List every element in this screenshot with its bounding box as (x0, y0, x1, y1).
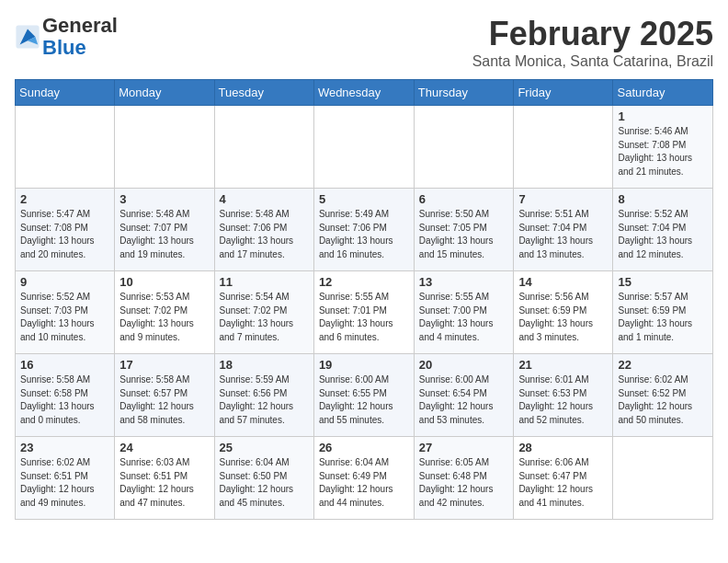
calendar-day-cell: 10Sunrise: 5:53 AM Sunset: 7:02 PM Dayli… (115, 271, 214, 354)
calendar-day-cell: 9Sunrise: 5:52 AM Sunset: 7:03 PM Daylig… (16, 271, 115, 354)
day-info: Sunrise: 5:56 AM Sunset: 6:59 PM Dayligh… (518, 291, 608, 344)
calendar-day-cell: 6Sunrise: 5:50 AM Sunset: 7:05 PM Daylig… (414, 189, 514, 271)
day-number: 1 (618, 109, 708, 123)
calendar-day-cell: 1Sunrise: 5:46 AM Sunset: 7:08 PM Daylig… (613, 106, 713, 189)
logo-icon (15, 24, 40, 50)
day-info: Sunrise: 5:57 AM Sunset: 6:59 PM Dayligh… (618, 291, 708, 344)
day-info: Sunrise: 6:00 AM Sunset: 6:54 PM Dayligh… (419, 373, 509, 427)
weekday-header: Monday (115, 80, 214, 106)
calendar-day-cell: 26Sunrise: 6:04 AM Sunset: 6:49 PM Dayli… (313, 437, 414, 520)
weekday-header: Tuesday (214, 80, 313, 106)
calendar-day-cell: 13Sunrise: 5:55 AM Sunset: 7:00 PM Dayli… (414, 271, 514, 354)
day-number: 15 (618, 275, 708, 289)
calendar-day-cell (313, 106, 414, 189)
calendar-day-cell: 24Sunrise: 6:03 AM Sunset: 6:51 PM Dayli… (115, 437, 214, 520)
day-info: Sunrise: 5:47 AM Sunset: 7:08 PM Dayligh… (20, 208, 109, 261)
day-info: Sunrise: 6:04 AM Sunset: 6:50 PM Dayligh… (220, 456, 309, 510)
calendar-day-cell: 7Sunrise: 5:51 AM Sunset: 7:04 PM Daylig… (514, 189, 613, 271)
day-info: Sunrise: 6:01 AM Sunset: 6:53 PM Dayligh… (518, 373, 608, 427)
weekday-header-row: SundayMondayTuesdayWednesdayThursdayFrid… (16, 80, 713, 106)
weekday-header: Wednesday (313, 80, 414, 106)
calendar-day-cell: 22Sunrise: 6:02 AM Sunset: 6:52 PM Dayli… (613, 354, 713, 437)
title-block: February 2025 Santa Monica, Santa Catari… (472, 15, 713, 70)
day-number: 22 (618, 358, 708, 372)
day-info: Sunrise: 5:52 AM Sunset: 7:04 PM Dayligh… (618, 208, 708, 261)
location: Santa Monica, Santa Catarina, Brazil (472, 53, 713, 70)
day-number: 2 (20, 192, 109, 206)
day-number: 10 (119, 275, 209, 289)
calendar-week-row: 23Sunrise: 6:02 AM Sunset: 6:51 PM Dayli… (16, 437, 713, 520)
calendar-day-cell: 18Sunrise: 5:59 AM Sunset: 6:56 PM Dayli… (214, 354, 313, 437)
calendar-day-cell: 3Sunrise: 5:48 AM Sunset: 7:07 PM Daylig… (115, 189, 214, 271)
day-info: Sunrise: 6:04 AM Sunset: 6:49 PM Dayligh… (319, 456, 409, 510)
day-number: 24 (119, 441, 209, 454)
logo: General Blue (15, 15, 118, 59)
day-number: 11 (220, 275, 309, 289)
day-number: 8 (618, 192, 708, 206)
day-info: Sunrise: 6:03 AM Sunset: 6:51 PM Dayligh… (119, 456, 209, 510)
weekday-header: Thursday (414, 80, 514, 106)
day-number: 12 (319, 275, 409, 289)
calendar-day-cell (115, 106, 214, 189)
day-number: 4 (220, 192, 309, 206)
calendar-day-cell (613, 437, 713, 520)
day-number: 18 (220, 358, 309, 372)
day-info: Sunrise: 5:46 AM Sunset: 7:08 PM Dayligh… (618, 125, 708, 178)
calendar-day-cell: 27Sunrise: 6:05 AM Sunset: 6:48 PM Dayli… (414, 437, 514, 520)
day-info: Sunrise: 5:55 AM Sunset: 7:01 PM Dayligh… (319, 291, 409, 344)
weekday-header: Sunday (16, 80, 115, 106)
day-number: 19 (319, 358, 409, 372)
day-info: Sunrise: 5:53 AM Sunset: 7:02 PM Dayligh… (119, 291, 209, 344)
weekday-header: Friday (514, 80, 613, 106)
day-number: 16 (20, 358, 109, 372)
calendar-week-row: 16Sunrise: 5:58 AM Sunset: 6:58 PM Dayli… (16, 354, 713, 437)
calendar-day-cell: 19Sunrise: 6:00 AM Sunset: 6:55 PM Dayli… (313, 354, 414, 437)
calendar-day-cell: 2Sunrise: 5:47 AM Sunset: 7:08 PM Daylig… (16, 189, 115, 271)
day-info: Sunrise: 5:51 AM Sunset: 7:04 PM Dayligh… (518, 208, 608, 261)
day-info: Sunrise: 6:06 AM Sunset: 6:47 PM Dayligh… (518, 456, 608, 510)
day-info: Sunrise: 5:54 AM Sunset: 7:02 PM Dayligh… (220, 291, 309, 344)
day-number: 3 (119, 192, 209, 206)
calendar-day-cell: 5Sunrise: 5:49 AM Sunset: 7:06 PM Daylig… (313, 189, 414, 271)
calendar-day-cell: 23Sunrise: 6:02 AM Sunset: 6:51 PM Dayli… (16, 437, 115, 520)
day-info: Sunrise: 6:05 AM Sunset: 6:48 PM Dayligh… (419, 456, 509, 510)
day-info: Sunrise: 5:49 AM Sunset: 7:06 PM Dayligh… (319, 208, 409, 261)
calendar-day-cell: 8Sunrise: 5:52 AM Sunset: 7:04 PM Daylig… (613, 189, 713, 271)
day-number: 21 (518, 358, 608, 372)
calendar-day-cell: 25Sunrise: 6:04 AM Sunset: 6:50 PM Dayli… (214, 437, 313, 520)
day-info: Sunrise: 5:52 AM Sunset: 7:03 PM Dayligh… (20, 291, 109, 344)
weekday-header: Saturday (613, 80, 713, 106)
day-number: 20 (419, 358, 509, 372)
day-number: 5 (319, 192, 409, 206)
day-info: Sunrise: 5:55 AM Sunset: 7:00 PM Dayligh… (419, 291, 509, 344)
day-number: 14 (518, 275, 608, 289)
calendar-day-cell: 28Sunrise: 6:06 AM Sunset: 6:47 PM Dayli… (514, 437, 613, 520)
calendar-day-cell: 16Sunrise: 5:58 AM Sunset: 6:58 PM Dayli… (16, 354, 115, 437)
day-number: 23 (20, 441, 109, 454)
calendar-day-cell: 20Sunrise: 6:00 AM Sunset: 6:54 PM Dayli… (414, 354, 514, 437)
calendar-day-cell (214, 106, 313, 189)
calendar-day-cell (414, 106, 514, 189)
calendar-week-row: 9Sunrise: 5:52 AM Sunset: 7:03 PM Daylig… (16, 271, 713, 354)
day-number: 26 (319, 441, 409, 454)
day-info: Sunrise: 5:58 AM Sunset: 6:58 PM Dayligh… (20, 373, 109, 427)
logo-blue: Blue (42, 36, 86, 59)
day-number: 25 (220, 441, 309, 454)
calendar-week-row: 2Sunrise: 5:47 AM Sunset: 7:08 PM Daylig… (16, 189, 713, 271)
calendar-day-cell: 17Sunrise: 5:58 AM Sunset: 6:57 PM Dayli… (115, 354, 214, 437)
calendar-day-cell: 14Sunrise: 5:56 AM Sunset: 6:59 PM Dayli… (514, 271, 613, 354)
day-info: Sunrise: 6:02 AM Sunset: 6:52 PM Dayligh… (618, 373, 708, 427)
calendar-day-cell (16, 106, 115, 189)
day-info: Sunrise: 5:58 AM Sunset: 6:57 PM Dayligh… (119, 373, 209, 427)
day-info: Sunrise: 6:00 AM Sunset: 6:55 PM Dayligh… (319, 373, 409, 427)
day-info: Sunrise: 6:02 AM Sunset: 6:51 PM Dayligh… (20, 456, 109, 510)
day-info: Sunrise: 5:48 AM Sunset: 7:07 PM Dayligh… (119, 208, 209, 261)
day-number: 13 (419, 275, 509, 289)
day-info: Sunrise: 5:48 AM Sunset: 7:06 PM Dayligh… (220, 208, 309, 261)
calendar-day-cell: 12Sunrise: 5:55 AM Sunset: 7:01 PM Dayli… (313, 271, 414, 354)
day-number: 28 (518, 441, 608, 454)
calendar-day-cell: 4Sunrise: 5:48 AM Sunset: 7:06 PM Daylig… (214, 189, 313, 271)
calendar-day-cell: 21Sunrise: 6:01 AM Sunset: 6:53 PM Dayli… (514, 354, 613, 437)
calendar-table: SundayMondayTuesdayWednesdayThursdayFrid… (15, 79, 713, 520)
day-number: 17 (119, 358, 209, 372)
